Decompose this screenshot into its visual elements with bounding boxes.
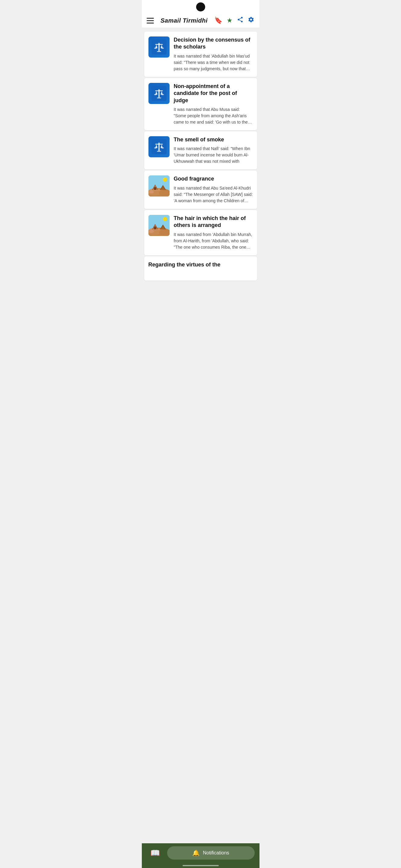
item-content: Decision by the consensus of the scholar… (174, 36, 253, 72)
svg-rect-19 (148, 176, 170, 188)
list-item[interactable]: Good fragrance It was narrated that Abu … (144, 170, 257, 209)
svg-rect-8 (155, 90, 163, 91)
item-content: Good fragrance It was narrated that Abu … (174, 176, 253, 204)
svg-rect-28 (154, 187, 156, 190)
menu-button[interactable] (147, 18, 154, 24)
svg-point-15 (154, 147, 156, 149)
item-excerpt: It was narrated that Abu Sa'eed Al-Khudr… (174, 185, 253, 204)
share-icon[interactable] (237, 16, 244, 25)
svg-point-20 (163, 178, 167, 182)
settings-icon[interactable] (248, 16, 254, 25)
item-title: Good fragrance (174, 176, 253, 182)
item-icon (148, 36, 170, 58)
item-title: Regarding the virtues of the (148, 261, 253, 268)
app-header: Samail Tirmidhi 🔖 ★ (142, 13, 259, 28)
star-icon[interactable]: ★ (227, 17, 233, 24)
item-title: The smell of smoke (174, 136, 253, 143)
item-title: The hair in which the hair of others is … (174, 215, 253, 229)
item-content: The hair in which the hair of others is … (174, 215, 253, 250)
header-icons: 🔖 ★ (214, 16, 254, 25)
item-icon (148, 176, 170, 196)
svg-point-16 (161, 147, 164, 149)
item-icon (148, 215, 170, 236)
status-bar (142, 0, 259, 13)
svg-rect-43 (154, 226, 156, 227)
svg-point-34 (163, 217, 167, 221)
svg-rect-14 (155, 144, 163, 145)
content-list: Decision by the consensus of the scholar… (142, 28, 259, 311)
app-title: Samail Tirmidhi (161, 17, 208, 24)
svg-rect-2 (155, 44, 163, 45)
item-icon (148, 136, 170, 157)
list-item[interactable]: Regarding the virtues of the (144, 256, 257, 281)
svg-rect-17 (157, 151, 161, 152)
svg-point-10 (161, 94, 164, 95)
svg-point-31 (149, 190, 154, 193)
item-content: Non-appointment of a candidate for the p… (174, 83, 253, 125)
bookmark-icon[interactable]: 🔖 (214, 17, 222, 24)
item-icon (148, 83, 170, 104)
svg-point-9 (154, 94, 156, 95)
item-content: The smell of smoke It was narrated that … (174, 136, 253, 164)
item-excerpt: It was narrated that Nafi' said: "When I… (174, 146, 253, 164)
list-item[interactable]: The smell of smoke It was narrated that … (144, 131, 257, 169)
item-title: Non-appointment of a candidate for the p… (174, 83, 253, 104)
item-excerpt: It was narrated that 'Abdullah bin Mas'u… (174, 53, 253, 72)
list-item[interactable]: Non-appointment of a candidate for the p… (144, 78, 257, 130)
item-excerpt: It was narrated from 'Abdullah bin Murra… (174, 231, 253, 250)
svg-rect-42 (154, 227, 156, 229)
svg-point-4 (161, 48, 164, 49)
list-item[interactable]: The hair in which the hair of others is … (144, 210, 257, 255)
svg-rect-5 (157, 51, 161, 52)
svg-rect-33 (148, 215, 170, 227)
svg-rect-29 (154, 187, 156, 187)
svg-rect-11 (157, 98, 161, 98)
item-content: Regarding the virtues of the (148, 261, 253, 271)
svg-point-3 (154, 48, 156, 49)
item-excerpt: It was narrated that Abu Musa said: "Som… (174, 106, 253, 125)
svg-point-45 (149, 230, 154, 233)
camera-notch (196, 2, 205, 11)
item-title: Decision by the consensus of the scholar… (174, 36, 253, 51)
list-item[interactable]: Decision by the consensus of the scholar… (144, 32, 257, 77)
